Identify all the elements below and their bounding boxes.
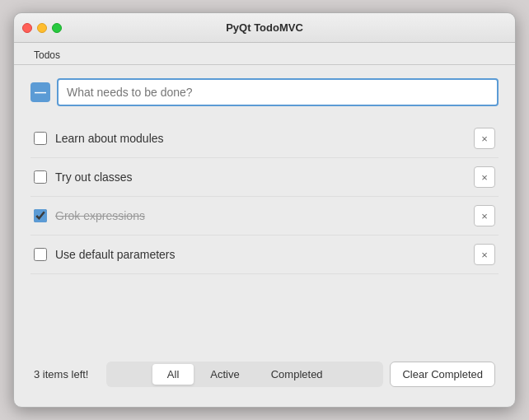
content-area: Learn about modules × Try out classes × … [14, 65, 515, 407]
table-row: Grok expressions × [30, 197, 499, 236]
toggle-all-button[interactable] [30, 82, 50, 102]
table-row: Use default parameters × [30, 236, 499, 274]
table-row: Learn about modules × [30, 119, 499, 158]
filter-active-button[interactable]: Active [195, 364, 254, 385]
todo-checkbox-4[interactable] [34, 248, 47, 261]
filter-group: All Active Completed [106, 362, 383, 387]
delete-button-3[interactable]: × [474, 205, 495, 226]
todo-input[interactable] [57, 78, 499, 106]
todo-text-2: Try out classes [55, 170, 474, 184]
app-window: PyQt TodoMVC Todos Learn about modules ×… [13, 12, 516, 408]
delete-button-2[interactable]: × [474, 166, 495, 188]
tab-todos[interactable]: Todos [24, 46, 70, 64]
traffic-lights [22, 23, 62, 33]
window-title: PyQt TodoMVC [226, 21, 303, 34]
filter-completed-button[interactable]: Completed [256, 364, 338, 385]
delete-button-1[interactable]: × [474, 128, 495, 149]
filter-all-button[interactable]: All [152, 364, 194, 385]
todo-text-3: Grok expressions [55, 209, 474, 222]
titlebar: PyQt TodoMVC [14, 13, 515, 43]
tabbar: Todos [14, 43, 515, 65]
todo-checkbox-3[interactable] [34, 209, 47, 222]
input-row [30, 78, 499, 106]
table-row: Try out classes × [30, 158, 499, 197]
maximize-button[interactable] [52, 23, 62, 33]
todo-list: Learn about modules × Try out classes × … [30, 119, 499, 350]
footer: 3 items left! All Active Completed Clear… [30, 350, 499, 394]
clear-completed-button[interactable]: Clear Completed [390, 362, 495, 387]
close-button[interactable] [22, 23, 32, 33]
todo-text-4: Use default parameters [55, 248, 474, 261]
todo-checkbox-1[interactable] [34, 132, 47, 145]
delete-button-4[interactable]: × [474, 244, 495, 265]
todo-text-1: Learn about modules [55, 132, 474, 145]
items-left-label: 3 items left! [34, 368, 100, 380]
todo-checkbox-2[interactable] [34, 170, 47, 184]
minimize-button[interactable] [37, 23, 47, 33]
